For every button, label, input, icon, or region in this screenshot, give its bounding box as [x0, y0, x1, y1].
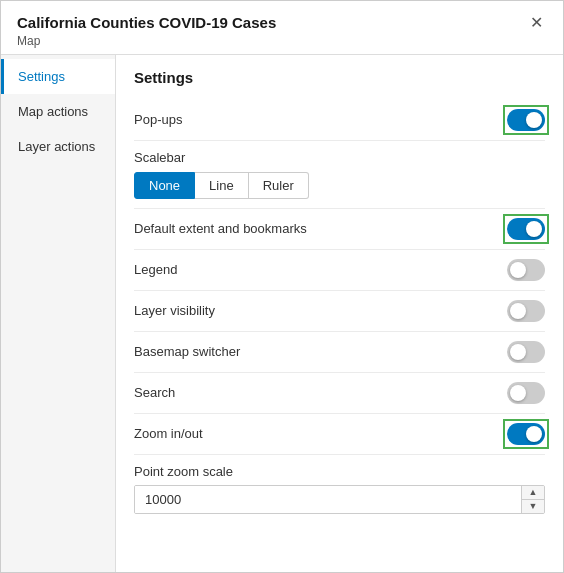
default-extent-toggle-wrapper	[507, 218, 545, 240]
zoom-label: Zoom in/out	[134, 426, 203, 441]
scalebar-label: Scalebar	[134, 150, 545, 165]
header-text: California Counties COVID-19 Cases Map	[17, 13, 276, 48]
setting-row-popups: Pop-ups	[134, 100, 545, 141]
point-zoom-label: Point zoom scale	[134, 464, 545, 479]
layer-visibility-toggle-thumb	[510, 303, 526, 319]
spinner-up-button[interactable]: ▲	[522, 486, 544, 499]
layer-visibility-label: Layer visibility	[134, 303, 215, 318]
sidebar: Settings Map actions Layer actions	[1, 55, 116, 573]
scalebar-btn-group: None Line Ruler	[134, 172, 545, 199]
basemap-switcher-toggle-thumb	[510, 344, 526, 360]
layer-visibility-toggle[interactable]	[507, 300, 545, 322]
panel-body: Settings Map actions Layer actions Setti…	[1, 55, 563, 573]
basemap-switcher-toggle-wrapper	[507, 341, 545, 363]
search-toggle-thumb	[510, 385, 526, 401]
point-zoom-input[interactable]	[135, 486, 521, 513]
legend-toggle[interactable]	[507, 259, 545, 281]
panel: California Counties COVID-19 Cases Map ✕…	[0, 0, 564, 573]
zoom-toggle-thumb	[526, 426, 542, 442]
popups-label: Pop-ups	[134, 112, 182, 127]
default-extent-label: Default extent and bookmarks	[134, 221, 307, 236]
main-content: Settings Pop-ups Scalebar None Line Rule…	[116, 55, 563, 573]
panel-subtitle: Map	[17, 34, 276, 48]
popups-toggle-thumb	[526, 112, 542, 128]
legend-label: Legend	[134, 262, 177, 277]
panel-header: California Counties COVID-19 Cases Map ✕	[1, 1, 563, 55]
scalebar-option-ruler[interactable]: Ruler	[249, 172, 309, 199]
sidebar-item-settings[interactable]: Settings	[1, 59, 115, 94]
setting-row-legend: Legend	[134, 250, 545, 291]
setting-row-scalebar: Scalebar None Line Ruler	[134, 141, 545, 209]
point-zoom-input-wrapper: ▲ ▼	[134, 485, 545, 514]
point-zoom-spinners: ▲ ▼	[521, 486, 544, 513]
scalebar-option-line[interactable]: Line	[195, 172, 249, 199]
setting-row-basemap-switcher: Basemap switcher	[134, 332, 545, 373]
zoom-toggle-wrapper	[507, 423, 545, 445]
search-toggle-wrapper	[507, 382, 545, 404]
zoom-toggle[interactable]	[507, 423, 545, 445]
legend-toggle-thumb	[510, 262, 526, 278]
default-extent-toggle-thumb	[526, 221, 542, 237]
sidebar-item-map-actions[interactable]: Map actions	[1, 94, 115, 129]
setting-row-default-extent: Default extent and bookmarks	[134, 209, 545, 250]
search-toggle[interactable]	[507, 382, 545, 404]
search-label: Search	[134, 385, 175, 400]
popups-toggle-wrapper	[507, 109, 545, 131]
section-title: Settings	[134, 69, 545, 86]
default-extent-toggle[interactable]	[507, 218, 545, 240]
setting-row-zoom: Zoom in/out	[134, 414, 545, 455]
layer-visibility-toggle-wrapper	[507, 300, 545, 322]
popups-toggle[interactable]	[507, 109, 545, 131]
scalebar-option-none[interactable]: None	[134, 172, 195, 199]
panel-title: California Counties COVID-19 Cases	[17, 13, 276, 33]
sidebar-item-layer-actions[interactable]: Layer actions	[1, 129, 115, 164]
close-button[interactable]: ✕	[526, 13, 547, 33]
spinner-down-button[interactable]: ▼	[522, 499, 544, 513]
point-zoom-section: Point zoom scale ▲ ▼	[134, 455, 545, 523]
setting-row-layer-visibility: Layer visibility	[134, 291, 545, 332]
basemap-switcher-label: Basemap switcher	[134, 344, 240, 359]
basemap-switcher-toggle[interactable]	[507, 341, 545, 363]
legend-toggle-wrapper	[507, 259, 545, 281]
setting-row-search: Search	[134, 373, 545, 414]
